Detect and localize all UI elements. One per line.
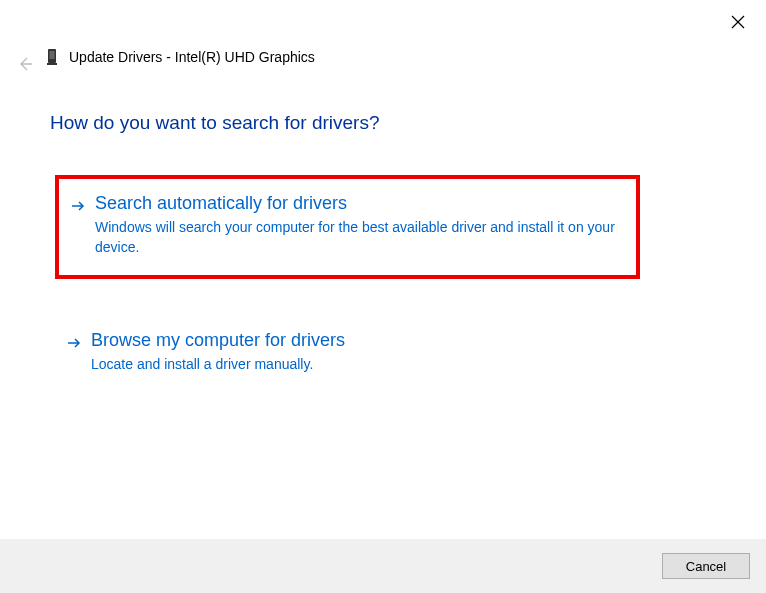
close-icon bbox=[731, 15, 745, 29]
option-search-automatically[interactable]: Search automatically for drivers Windows… bbox=[55, 175, 640, 279]
dialog-title: Update Drivers - Intel(R) UHD Graphics bbox=[69, 49, 315, 65]
dialog-header: Update Drivers - Intel(R) UHD Graphics bbox=[45, 48, 315, 66]
svg-rect-4 bbox=[47, 63, 57, 65]
question-heading: How do you want to search for drivers? bbox=[50, 112, 380, 134]
dialog-footer: Cancel bbox=[0, 539, 766, 593]
svg-rect-3 bbox=[50, 51, 55, 59]
arrow-right-icon bbox=[71, 199, 85, 217]
option-description: Windows will search your computer for th… bbox=[95, 218, 624, 257]
cancel-button[interactable]: Cancel bbox=[662, 553, 750, 579]
close-button[interactable] bbox=[728, 12, 748, 32]
back-button[interactable] bbox=[15, 54, 35, 74]
arrow-right-icon bbox=[67, 336, 81, 354]
back-arrow-icon bbox=[17, 56, 33, 72]
option-title: Browse my computer for drivers bbox=[91, 330, 628, 351]
option-browse-computer[interactable]: Browse my computer for drivers Locate an… bbox=[55, 316, 640, 393]
option-title: Search automatically for drivers bbox=[95, 193, 624, 214]
device-icon bbox=[45, 48, 59, 66]
option-description: Locate and install a driver manually. bbox=[91, 355, 628, 375]
